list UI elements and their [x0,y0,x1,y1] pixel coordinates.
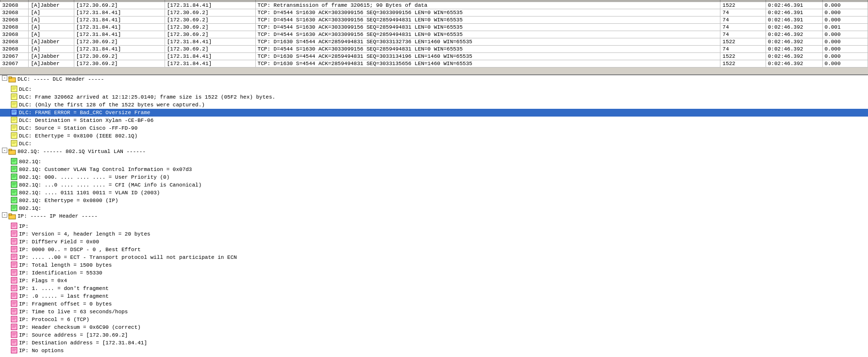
item-label: IP: Destination address = [172.31.84.41] [19,339,147,347]
item-label: IP: Source address = [172.30.69.2] [19,331,128,339]
table-cell: [A] [29,9,74,17]
svg-rect-26 [11,133,17,138]
tree-item[interactable]: 802.1Q: [0,158,868,166]
section-label: 802.1Q: ------ 802.1Q Virtual LAN ------ [17,148,146,155]
tree-item[interactable]: IP: DiffServ Field = 0x00 [0,238,868,246]
table-cell: [172.31.84.41] [165,53,255,60]
table-cell: TCP: Retransmission of frame 320615; 90 … [255,2,720,9]
doc-icon [11,204,17,211]
svg-rect-1 [9,77,12,78]
svg-rect-40 [11,166,17,172]
doc-icon [11,109,17,116]
tree-item[interactable]: 802.1Q: .... 0111 1101 0011 = VLAN ID (2… [0,189,868,197]
tree-item[interactable]: DLC: Source = Station Cisco -FF-FD-90 [0,124,868,132]
svg-rect-30 [11,140,17,146]
table-cell: 32068 [0,38,29,46]
tree-item[interactable]: IP: 0000 00.. = DSCP - 0 , Best Effort [0,246,868,254]
tree-item[interactable]: DLC: Ethertype = 0x8100 (IEEE 802.1Q) [0,132,868,140]
table-cell: 74 [720,9,766,17]
item-label: IP: 0000 00.. = DSCP - 0 , Best Effort [19,246,141,254]
table-cell: [172.31.84.41] [165,60,255,68]
tree-item[interactable]: IP: Header checksum = 0x6C90 (correct) [0,323,868,331]
tree-section-header[interactable]: - IP: ----- IP Header ----- [0,212,868,222]
item-label: IP: 1. .... = don't fragment [19,285,109,292]
table-row[interactable]: 32068[A][172.31.84.41][172.30.69.2]TCP: … [0,9,868,17]
table-cell: 32067 [0,60,29,68]
table-row[interactable]: 32067[A]Jabber[172.30.69.2][172.31.84.41… [0,53,868,60]
table-cell: [172.30.69.2] [165,9,255,17]
table-cell: 74 [720,24,766,31]
svg-rect-36 [11,158,17,164]
tree-item[interactable]: IP: 1. .... = don't fragment [0,285,868,292]
tree-item[interactable]: IP: Fragment offset = 0 bytes [0,300,868,308]
item-label: IP: Identification = 55330 [19,269,102,277]
table-cell: TCP: D=1630 S=4544 ACK=2859494831 SEQ=30… [255,53,720,60]
tree-section-header[interactable]: - 802.1Q: ------ 802.1Q Virtual LAN ----… [0,148,868,158]
tree-item[interactable]: 802.1Q: [0,204,868,212]
svg-rect-65 [9,214,12,215]
tree-item[interactable]: IP: Source address = [172.30.69.2] [0,331,868,339]
item-label: 802.1Q: Customer VLAN Tag Control Inform… [19,166,192,173]
tree-item[interactable]: IP: No options [0,347,868,355]
packet-list-section: 32068[A]Jabber[172.30.69.2][172.31.84.41… [0,0,868,75]
svg-rect-35 [9,149,12,151]
doc-icon [11,132,17,139]
table-row[interactable]: 32068[A]Jabber[172.30.69.2][172.31.84.41… [0,2,868,9]
table-cell: 0:02:46.392 [766,31,822,38]
svg-rect-126 [11,340,17,345]
tree-item[interactable]: IP: Total length = 1500 bytes [0,261,868,269]
item-label: 802.1Q: [19,204,41,212]
item-label: IP: Version = 4, header length = 20 byte… [19,230,150,238]
table-cell: TCP: D=1630 S=4544 ACK=2859494831 SEQ=30… [255,60,720,68]
section-label: DLC: ----- DLC Header ----- [17,75,104,83]
tree-item[interactable]: IP: .0 ..... = last fragment [0,292,868,300]
tree-item[interactable]: DLC: Frame 320662 arrived at 12:12:25.01… [0,93,868,101]
doc-icon [11,222,17,229]
table-cell: 0.000 [822,38,868,46]
svg-rect-74 [11,238,17,244]
tree-item[interactable]: DLC: (Only the first 128 of the 1522 byt… [0,101,868,109]
table-row[interactable]: 32068[A][172.31.84.41][172.30.69.2]TCP: … [0,46,868,53]
item-label: IP: Time to live = 63 seconds/hops [19,308,128,316]
svg-rect-98 [11,285,17,291]
item-label: DLC: (Only the first 128 of the 1522 byt… [19,101,205,109]
tree-item[interactable]: IP: Destination address = [172.31.84.41] [0,339,868,347]
tree-item[interactable]: 802.1Q: Ethertype = 0x0800 (IP) [0,197,868,204]
table-row[interactable]: 32068[A][172.31.84.41][172.30.69.2]TCP: … [0,31,868,38]
tree-item[interactable]: DLC: [0,140,868,148]
table-row[interactable]: 32067[A]Jabber[172.30.69.2][172.31.84.41… [0,60,868,68]
tree-item[interactable]: DLC: [0,85,868,93]
tree-item[interactable]: IP: .... ..00 = ECT - Transport protocol… [0,254,868,261]
tree-item[interactable]: IP: Flags = 0x4 [0,277,868,285]
doc-icon [11,166,17,172]
tree-item[interactable]: DLC: FRAME ERROR = Bad_CRC Oversize Fram… [0,109,868,117]
table-cell: [A]Jabber [29,2,74,9]
item-label: DLC: [19,140,32,148]
item-label: IP: Total length = 1500 bytes [19,261,112,269]
tree-item[interactable]: IP: Protocol = 6 (TCP) [0,316,868,323]
table-cell: 1522 [720,38,766,46]
table-cell: TCP: D=4544 S=1630 ACK=3033099156 SEQ=28… [255,17,720,24]
table-row[interactable]: 32068[A][172.31.84.41][172.30.69.2]TCP: … [0,24,868,31]
table-cell: [172.30.69.2] [165,46,255,53]
tree-item[interactable]: IP: [0,222,868,230]
svg-rect-106 [11,301,17,306]
doc-icon [11,124,17,131]
table-row[interactable]: 32068[A]Jabber[172.30.69.2][172.31.84.41… [0,38,868,46]
item-label: IP: No options [19,347,64,355]
table-row[interactable]: 32068[A][172.31.84.41][172.30.69.2]TCP: … [0,17,868,24]
svg-rect-60 [11,205,17,211]
tree-item[interactable]: IP: Time to live = 63 seconds/hops [0,308,868,316]
tree-item[interactable]: 802.1Q: Customer VLAN Tag Control Inform… [0,166,868,173]
tree-item[interactable]: IP: Identification = 55330 [0,269,868,277]
table-cell: 32068 [0,46,29,53]
table-cell: 32068 [0,31,29,38]
table-cell: 74 [720,46,766,53]
tree-item[interactable]: 802.1Q: 000. .... .... .... = User Prior… [0,173,868,181]
item-label: DLC: Frame 320662 arrived at 12:12:25.01… [19,93,275,101]
tree-item[interactable]: DLC: Destination = Station Xylan -CE-BF-… [0,117,868,124]
tree-item[interactable]: 802.1Q: ...0 .... .... .... = CFI (MAC i… [0,181,868,189]
tree-section-header[interactable]: - DLC: ----- DLC Header ----- [0,75,868,85]
tree-item[interactable]: IP: Version = 4, header length = 20 byte… [0,230,868,238]
item-label: IP: Header checksum = 0x6C90 (correct) [19,323,141,331]
